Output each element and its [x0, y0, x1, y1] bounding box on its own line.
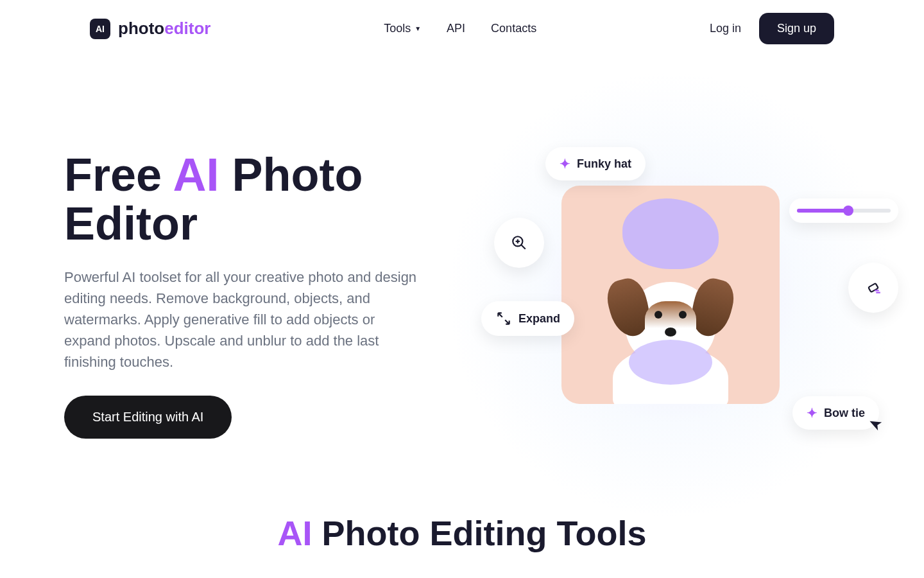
- adjustment-slider: [789, 198, 898, 223]
- expand-pill: Expand: [481, 301, 574, 336]
- cursor-icon: [868, 415, 889, 438]
- nav-tools[interactable]: Tools ▼: [384, 22, 421, 35]
- eraser-tool-circle: [848, 263, 898, 313]
- funky-hat-label: Funky hat: [577, 157, 631, 171]
- zoom-in-icon: [511, 234, 527, 251]
- hero-subtitle: Powerful AI toolset for all your creativ…: [64, 267, 424, 372]
- photo-card: [561, 186, 780, 404]
- eraser-icon: [865, 279, 882, 296]
- hero-content: Free AI Photo Editor Powerful AI toolset…: [64, 151, 443, 438]
- nav-tools-label: Tools: [384, 22, 411, 35]
- login-link[interactable]: Log in: [710, 22, 741, 35]
- hero-title-accent: AI: [173, 149, 219, 200]
- sparkle-icon: ✦: [807, 405, 817, 421]
- hero-section: Free AI Photo Editor Powerful AI toolset…: [64, 57, 860, 494]
- sparkle-icon: ✦: [560, 156, 570, 171]
- nav-api[interactable]: API: [447, 22, 465, 35]
- slider-thumb: [843, 206, 853, 216]
- logo-text-editor: editor: [164, 19, 210, 38]
- logo[interactable]: AI photoeditor: [90, 19, 210, 39]
- expand-label: Expand: [518, 312, 560, 326]
- expand-icon: [495, 310, 512, 327]
- hat-blob-overlay: [622, 198, 719, 269]
- funky-hat-pill: ✦ Funky hat: [545, 147, 646, 180]
- nav-contacts[interactable]: Contacts: [491, 22, 536, 35]
- hero-title: Free AI Photo Editor: [64, 151, 443, 248]
- section-title-accent: AI: [278, 514, 312, 552]
- bow-tie-pill: ✦ Bow tie: [792, 396, 879, 430]
- main-nav: Tools ▼ API Contacts: [384, 22, 536, 35]
- zoom-tool-circle: [494, 218, 544, 268]
- hero-visual: ✦ Funky hat Expand: [481, 134, 860, 455]
- header: AI photoeditor Tools ▼ API Contacts Log …: [0, 0, 924, 57]
- section-title-post: Photo Editing Tools: [312, 514, 647, 552]
- svg-line-1: [521, 245, 526, 249]
- header-actions: Log in Sign up: [710, 13, 834, 44]
- hero-title-pre: Free: [64, 149, 173, 200]
- logo-text-photo: photo: [118, 19, 164, 38]
- section-tools-title: AI Photo Editing Tools: [0, 494, 924, 553]
- chevron-down-icon: ▼: [415, 25, 421, 32]
- signup-button[interactable]: Sign up: [759, 13, 834, 44]
- bowtie-blob-overlay: [629, 340, 712, 385]
- bow-tie-label: Bow tie: [824, 407, 865, 420]
- start-editing-button[interactable]: Start Editing with AI: [64, 396, 232, 439]
- logo-badge: AI: [90, 19, 110, 39]
